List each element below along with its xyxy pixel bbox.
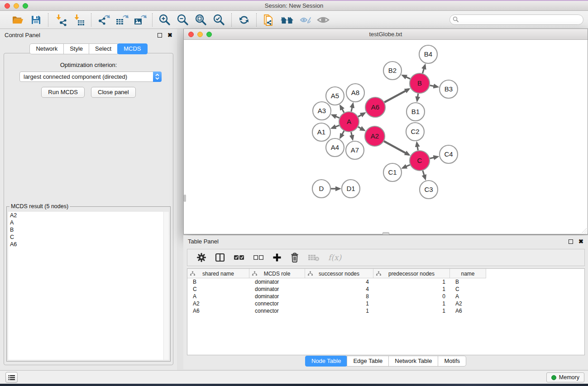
export-network-icon[interactable] bbox=[96, 13, 111, 27]
network-file-icon[interactable] bbox=[261, 13, 277, 27]
graph-edge-B-B4[interactable] bbox=[423, 65, 425, 73]
scrollbar-track[interactable] bbox=[163, 212, 169, 360]
table-cell: 0 bbox=[373, 293, 450, 300]
criterion-dropdown[interactable]: largest connected component (directed) bbox=[19, 71, 162, 82]
result-list-item[interactable]: A bbox=[8, 219, 169, 226]
run-mcds-button[interactable]: Run MCDS bbox=[41, 87, 85, 98]
result-list-item[interactable]: C bbox=[8, 234, 169, 241]
deselect-all-icon[interactable] bbox=[253, 254, 264, 261]
tab-mcds[interactable]: MCDS bbox=[117, 43, 147, 54]
table-cell: A6 bbox=[450, 308, 486, 314]
hide-annotations-icon[interactable] bbox=[297, 13, 313, 27]
resize-grip-icon[interactable] bbox=[581, 228, 587, 234]
app-title: Session: New Session bbox=[0, 2, 588, 9]
graph-node-label: C3 bbox=[424, 186, 433, 193]
open-session-icon[interactable] bbox=[10, 13, 25, 27]
graph-edge-B-B1[interactable] bbox=[417, 94, 418, 100]
close-panel-button[interactable]: Close panel bbox=[91, 87, 136, 98]
column-header-successor-nodes[interactable]: successor nodes bbox=[305, 269, 373, 278]
import-table-icon[interactable] bbox=[71, 13, 86, 27]
table-cell: 1 bbox=[305, 300, 373, 307]
search-input[interactable] bbox=[449, 14, 583, 25]
task-history-button[interactable] bbox=[5, 372, 18, 383]
table-cell: 1 bbox=[373, 300, 450, 307]
graph-edge-A-A8[interactable] bbox=[351, 104, 353, 111]
save-session-icon[interactable] bbox=[28, 13, 43, 27]
graph-edge-A-A4[interactable] bbox=[340, 131, 344, 138]
horizontal-scrollbar-thumb[interactable] bbox=[382, 232, 389, 235]
graph-edge-A-A7[interactable] bbox=[351, 132, 353, 139]
close-panel-icon[interactable]: ✖ bbox=[167, 33, 172, 38]
zoom-fit-icon[interactable] bbox=[193, 13, 209, 27]
zoom-selected-icon[interactable] bbox=[211, 13, 227, 27]
columns-icon[interactable] bbox=[215, 253, 225, 262]
float-panel-icon[interactable] bbox=[158, 33, 162, 38]
export-table-icon[interactable] bbox=[114, 13, 129, 27]
graph-edge-C-C3[interactable] bbox=[423, 171, 425, 179]
zoom-in-icon[interactable] bbox=[157, 13, 172, 27]
close-table-panel-icon[interactable]: ✖ bbox=[578, 239, 583, 244]
select-all-icon[interactable] bbox=[234, 254, 244, 261]
result-list-item[interactable]: A6 bbox=[8, 241, 169, 248]
delete-column-icon[interactable] bbox=[290, 253, 299, 262]
tab-node-table[interactable]: Node Table bbox=[305, 356, 348, 367]
graph-node-label: D1 bbox=[346, 185, 355, 192]
table-cell: 8 bbox=[305, 293, 373, 300]
column-header-shared-name[interactable]: shared name bbox=[187, 269, 249, 278]
add-column-icon[interactable] bbox=[272, 253, 282, 262]
graph-edge-A-A1[interactable] bbox=[332, 125, 339, 128]
graph-edge-A-A3[interactable] bbox=[332, 115, 339, 118]
graph-edge-A2-C[interactable] bbox=[384, 141, 409, 155]
eye-icon[interactable] bbox=[316, 13, 331, 27]
table-cell: A bbox=[187, 293, 249, 300]
status-bar: Memory bbox=[0, 370, 588, 384]
graph-node-label: C4 bbox=[444, 150, 453, 158]
homes-icon[interactable] bbox=[279, 13, 295, 27]
table-row[interactable]: Cdominator41C bbox=[187, 286, 584, 293]
graph-edge-B-B2[interactable] bbox=[403, 76, 411, 79]
refresh-icon[interactable] bbox=[236, 13, 252, 27]
column-header-MCDS-role[interactable]: MCDS role bbox=[249, 269, 305, 278]
tab-edge-table[interactable]: Edge Table bbox=[347, 356, 389, 367]
graph-edge-A-A5[interactable] bbox=[340, 106, 344, 113]
column-header-name[interactable]: name bbox=[450, 269, 486, 278]
delete-table-icon[interactable] bbox=[308, 253, 320, 262]
table-row[interactable]: A2connector11A2 bbox=[187, 300, 584, 307]
result-list-item[interactable]: B bbox=[8, 226, 169, 234]
export-image-icon[interactable] bbox=[132, 13, 148, 27]
table-cell: connector bbox=[249, 300, 305, 307]
table-row[interactable]: Bdominator41B bbox=[187, 278, 584, 286]
import-network-icon[interactable] bbox=[53, 13, 68, 27]
graph-node-label: D bbox=[319, 185, 324, 192]
graph-edge-A6-B[interactable] bbox=[384, 89, 409, 102]
tab-motifs[interactable]: Motifs bbox=[438, 356, 466, 367]
tab-style[interactable]: Style bbox=[63, 43, 89, 54]
network-canvas[interactable]: B4B2BB3A5A8A6A3B1AA1C2A2A4A7C4CC1C3DD1 bbox=[184, 40, 588, 234]
zoom-out-icon[interactable] bbox=[175, 13, 191, 27]
graph-edge-A-A6[interactable] bbox=[358, 113, 364, 117]
tab-network[interactable]: Network bbox=[29, 43, 64, 54]
graph-edge-C-C2[interactable] bbox=[417, 143, 418, 151]
graph-edge-C-C1[interactable] bbox=[403, 165, 410, 168]
float-table-panel-icon[interactable] bbox=[569, 239, 573, 244]
network-window-titlebar: testGlobe.txt bbox=[184, 29, 588, 40]
graph-node-label: A6 bbox=[371, 103, 379, 111]
network-graph[interactable]: B4B2BB3A5A8A6A3B1AA1C2A2A4A7C4CC1C3DD1 bbox=[184, 40, 588, 234]
column-header-predecessor-nodes[interactable]: predecessor nodes bbox=[373, 269, 450, 278]
graph-edge-B-B3[interactable] bbox=[430, 86, 438, 87]
fx-icon[interactable]: f(x) bbox=[328, 253, 341, 262]
table-toolbar: f(x) bbox=[187, 249, 585, 266]
graph-edge-A-A2[interactable] bbox=[358, 127, 364, 130]
mcds-result-list[interactable]: A2ABCA6 bbox=[8, 212, 169, 360]
vertical-scrollbar-thumb[interactable] bbox=[184, 195, 186, 202]
memory-button[interactable]: Memory bbox=[546, 372, 584, 382]
dropdown-stepper-icon[interactable] bbox=[153, 71, 162, 82]
table-row[interactable]: A6connector11A6 bbox=[187, 307, 584, 315]
graph-edge-C-C4[interactable] bbox=[430, 157, 437, 158]
tab-select[interactable]: Select bbox=[89, 43, 118, 54]
tab-network-table[interactable]: Network Table bbox=[388, 356, 438, 367]
table-row[interactable]: Adominator80A bbox=[187, 293, 584, 300]
result-list-item[interactable]: A2 bbox=[8, 212, 169, 219]
search-icon bbox=[453, 16, 459, 23]
gear-icon[interactable] bbox=[196, 253, 206, 262]
